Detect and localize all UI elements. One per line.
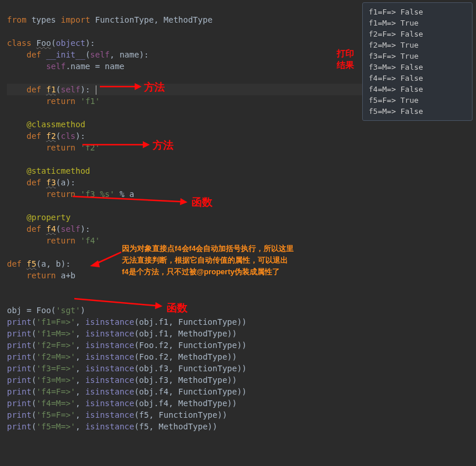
out-line: f2=M=> True: [369, 40, 466, 51]
param-a5: a: [41, 259, 46, 268]
isi3: isinstance: [85, 340, 134, 350]
isi6: isinstance: [85, 375, 134, 385]
print: print: [7, 329, 31, 338]
param-self: self: [61, 224, 81, 234]
pa8: (obj.f4, MethodType)): [134, 399, 237, 408]
out-line: f1=F=> False: [369, 6, 466, 17]
isi9: isinstance: [85, 410, 134, 420]
pa9: (f5, FunctionType)): [134, 410, 227, 420]
fn-f4: f4: [46, 224, 56, 234]
out-line: f3=F=> True: [369, 51, 466, 62]
kw-def: def: [7, 259, 21, 268]
kw-return: return: [46, 189, 75, 199]
print: print: [7, 410, 31, 420]
out-line: f5=M=> False: [369, 106, 466, 117]
isi1: isinstance: [85, 317, 134, 327]
isi5: isinstance: [85, 364, 134, 373]
print: print: [7, 364, 31, 373]
str-sgt: 'sgt': [56, 306, 80, 315]
ps9: 'f5=F=>': [37, 410, 75, 420]
output-panel: f1=F=> False f1=M=> True f2=F=> False f2…: [362, 2, 473, 121]
ps3: 'f2=F=>': [37, 340, 75, 350]
out-line: f1=M=> True: [369, 17, 466, 28]
fn-f3: f3: [46, 178, 56, 187]
ps5: 'f3=F=>': [37, 364, 75, 373]
ps4: 'f2=M=>': [37, 352, 75, 361]
attr-assign: .name = name: [66, 62, 124, 71]
fn-f2: f2: [46, 131, 56, 141]
pa7: (obj.f4, FunctionType)): [134, 387, 247, 396]
ps10: 'f5=M=>': [37, 422, 75, 431]
class-foo: Foo: [37, 38, 51, 48]
mod-a: % a: [114, 189, 134, 199]
str-f1: 'f1': [80, 96, 100, 106]
dec-staticmethod: @staticmethod: [27, 166, 91, 175]
dec-classmethod: @classmethod: [27, 120, 85, 129]
kw-def: def: [27, 178, 41, 187]
import-ft: FunctionType: [95, 15, 154, 24]
param-self: self: [90, 50, 110, 59]
ps7: 'f4=F=>': [37, 387, 75, 396]
pa5: (obj.f3, FunctionType)): [134, 364, 247, 373]
param-a: a: [61, 178, 66, 187]
str-f4: 'f4': [80, 236, 100, 245]
kw-def: def: [27, 224, 41, 234]
kw-def: def: [27, 131, 41, 141]
kw-class: class: [7, 38, 31, 48]
kw-return: return: [46, 236, 75, 245]
print: print: [7, 387, 31, 396]
fn-init: __init__: [46, 50, 85, 59]
out-line: f4=M=> False: [369, 84, 466, 95]
pa6: (obj.f3, MethodType)): [134, 375, 237, 385]
print: print: [7, 317, 31, 327]
str-f2: 'f2': [80, 143, 100, 152]
kw-return: return: [46, 96, 75, 106]
dec-property: @property: [27, 213, 71, 222]
pa10: (f5, MethodType)): [134, 422, 217, 431]
print: print: [7, 399, 31, 408]
print: print: [7, 352, 31, 361]
print: print: [7, 340, 31, 350]
out-line: f3=M=> False: [369, 62, 466, 73]
print: print: [7, 375, 31, 385]
obj-assign: obj = Foo(: [7, 306, 56, 315]
fn-f5: f5: [27, 259, 37, 268]
paren-end: ): [80, 306, 85, 315]
expr-ab: a+b: [61, 271, 75, 280]
self-ref: self: [46, 62, 66, 71]
kw-from: from: [7, 15, 27, 24]
param-self: self: [61, 85, 81, 94]
isi4: isinstance: [85, 352, 134, 361]
ps1: 'f1=F=>': [37, 317, 75, 327]
param-b5: b: [56, 259, 60, 268]
kw-return: return: [27, 271, 56, 280]
out-line: f5=F=> True: [369, 95, 466, 106]
isi7: isinstance: [85, 387, 134, 396]
pa3: (Foo.f2, FunctionType)): [134, 340, 247, 350]
out-line: f4=F=> False: [369, 73, 466, 84]
fn-f1: f1: [46, 85, 56, 94]
pa1: (obj.f1, FunctionType)): [134, 317, 247, 327]
param-cls: cls: [61, 131, 75, 141]
print: print: [7, 422, 31, 431]
text-cursor: [96, 85, 96, 95]
kw-import: import: [61, 15, 91, 24]
out-line: f2=F=> False: [369, 28, 466, 40]
pa4: (Foo.f2, MethodType)): [134, 352, 237, 361]
kw-def: def: [27, 50, 41, 59]
kw-return: return: [46, 143, 75, 152]
base-object: object: [56, 38, 85, 48]
module-types: types: [31, 15, 56, 24]
ps8: 'f4=M=>': [37, 399, 75, 408]
kw-def: def: [27, 85, 41, 94]
isi2: isinstance: [85, 329, 134, 338]
isi8: isinstance: [85, 399, 134, 408]
param-name: name: [120, 50, 139, 59]
ps2: 'f1=M=>': [37, 329, 75, 338]
ps6: 'f3=M=>': [37, 375, 75, 385]
import-mt: MethodType: [164, 15, 212, 24]
pa2: (obj.f1, MethodType)): [134, 329, 237, 338]
isi10: isinstance: [85, 422, 134, 431]
str-f3: 'f3 %s': [80, 189, 114, 199]
